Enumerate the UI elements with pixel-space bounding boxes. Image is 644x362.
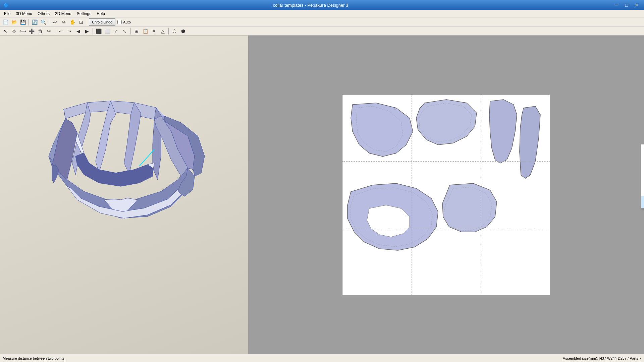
- grid-h1: [342, 161, 550, 162]
- show-flaps-btn[interactable]: △: [159, 27, 167, 35]
- 2d-view[interactable]: ✓ Select and Move Ctrl+M Rotate Ctrl+R J…: [248, 36, 644, 354]
- rotate-right-button[interactable]: ↪: [60, 18, 68, 26]
- redo-btn[interactable]: ↷: [65, 27, 73, 35]
- minimize-button[interactable]: ─: [612, 1, 621, 9]
- separator-1: [29, 19, 29, 25]
- select-btn[interactable]: ↖: [1, 27, 9, 35]
- new-button[interactable]: 📄: [1, 18, 9, 26]
- add-part-btn[interactable]: ➕: [28, 27, 36, 35]
- menu-others[interactable]: Others: [35, 11, 52, 17]
- menu-3d[interactable]: 3D Menu: [13, 11, 35, 17]
- grid-btn[interactable]: ⊞: [132, 27, 141, 35]
- align-right-btn[interactable]: ⬜: [103, 27, 111, 35]
- delete-btn[interactable]: 🗑: [36, 27, 44, 35]
- ctx-edge-color[interactable]: Edge Color Ctrl+E: [641, 189, 644, 196]
- toolbar-2: ↖ ✥ ⟺ ➕ 🗑 ✂ ↶ ↷ ◀ ▶ ⬛ ⬜ ⤢ ⤡ ⊞ 📋 # △ ⬡ ⬢: [0, 27, 644, 36]
- zoom-in-button[interactable]: 🔍: [39, 18, 47, 26]
- pan-button[interactable]: ✋: [68, 18, 76, 26]
- flip-btn[interactable]: ⟺: [19, 27, 27, 35]
- ctx-measure-distance[interactable]: Measure Distance between Two Points: [641, 196, 644, 208]
- cut-btn[interactable]: ✂: [45, 27, 53, 35]
- ctx-rotate[interactable]: Rotate Ctrl+R: [641, 152, 644, 159]
- ctx-input-text[interactable]: Input Text Ctrl+T: [641, 174, 644, 181]
- menu-settings[interactable]: Settings: [74, 11, 94, 17]
- menu-2d[interactable]: 2D Menu: [52, 11, 74, 17]
- status-left: Measure distance between two points.: [3, 356, 65, 360]
- grid-h2: [342, 228, 550, 228]
- rotate-left-button[interactable]: ↩: [51, 18, 59, 26]
- open-button[interactable]: 📂: [10, 18, 18, 26]
- parts-svg: [342, 95, 550, 296]
- close-button[interactable]: ✕: [632, 1, 641, 9]
- main-area: ✓ Select and Move Ctrl+M Rotate Ctrl+R J…: [0, 36, 644, 354]
- ctx-check-face[interactable]: Check Corresponding Face Ctrl+K: [641, 181, 644, 189]
- auto-checkbox[interactable]: [117, 20, 122, 24]
- ctx-edit-flaps[interactable]: Edit Flaps Ctrl+F: [641, 167, 644, 174]
- maximize-button[interactable]: □: [622, 1, 631, 9]
- align-left-btn[interactable]: ⬛: [95, 27, 103, 35]
- 3d-view[interactable]: [0, 36, 248, 354]
- paper: ✓ Select and Move Ctrl+M Rotate Ctrl+R J…: [342, 94, 550, 295]
- separator-2: [49, 19, 49, 25]
- ctx-join-disjoin[interactable]: Join/Disjoin Face Ctrl+N: [641, 159, 644, 167]
- menu-file[interactable]: File: [1, 11, 13, 17]
- svg-marker-14: [75, 153, 153, 186]
- window-title: collar templates - Pepakura Designer 3: [9, 3, 612, 8]
- menu-help[interactable]: Help: [94, 11, 108, 17]
- menu-bar: File 3D Menu Others 2D Menu Settings Hel…: [0, 10, 644, 17]
- app-icon: 🔷: [3, 2, 9, 8]
- page-btn[interactable]: 📋: [141, 27, 149, 35]
- status-right: Assembled size(mm): H37 W244 D237 / Part…: [563, 356, 641, 360]
- sep-t2-1: [55, 28, 55, 35]
- unfold-undo-button[interactable]: Unfold Undo: [89, 18, 115, 26]
- separator-3: [87, 19, 87, 25]
- save-button[interactable]: 💾: [19, 18, 27, 26]
- undo-btn[interactable]: ↶: [57, 27, 65, 35]
- extra-btn-2[interactable]: ⬢: [179, 27, 187, 35]
- extra-btn-1[interactable]: ⬡: [170, 27, 178, 35]
- move-btn[interactable]: ✥: [10, 27, 18, 35]
- sep-t2-4: [168, 28, 169, 35]
- title-bar: 🔷 collar templates - Pepakura Designer 3…: [0, 0, 644, 10]
- zoom-fit-button[interactable]: ⊡: [77, 18, 85, 26]
- status-bar: Measure distance between two points. Ass…: [0, 354, 644, 362]
- show-numbers-btn[interactable]: #: [150, 27, 158, 35]
- expand-btn[interactable]: ⤢: [112, 27, 120, 35]
- grid-v1: [412, 95, 412, 295]
- toolbar-1: 📄 📂 💾 🔄 🔍 ↩ ↪ ✋ ⊡ Unfold Undo Auto: [0, 17, 644, 27]
- context-menu: ✓ Select and Move Ctrl+M Rotate Ctrl+R J…: [641, 144, 644, 208]
- prev-btn[interactable]: ◀: [74, 27, 82, 35]
- auto-label: Auto: [123, 20, 131, 24]
- unfold-button[interactable]: 🔄: [31, 18, 39, 26]
- window-controls: ─ □ ✕: [612, 1, 641, 9]
- sep-t2-2: [93, 28, 93, 35]
- collar-3d-svg: [0, 36, 248, 354]
- sep-t2-3: [130, 28, 131, 35]
- next-btn[interactable]: ▶: [83, 27, 91, 35]
- ctx-select-move[interactable]: ✓ Select and Move Ctrl+M: [641, 144, 644, 152]
- grid-v2: [481, 95, 481, 295]
- shrink-btn[interactable]: ⤡: [121, 27, 129, 35]
- auto-checkbox-label[interactable]: Auto: [116, 20, 132, 24]
